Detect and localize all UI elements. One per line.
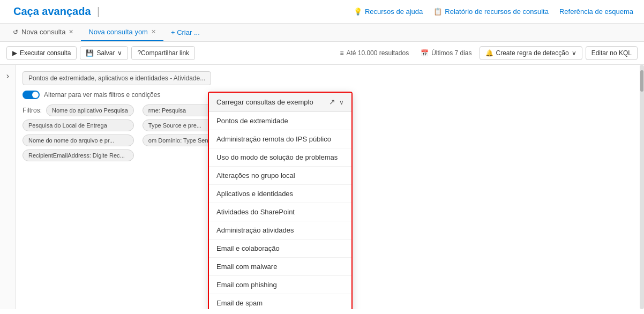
dropdown-item-5[interactable]: Atividades do SharePoint [209,203,351,221]
results-label: Até 10.000 resultados [346,49,409,57]
create-detection-button[interactable]: 🔔 Create regra de detecção ∨ [480,46,582,60]
dropdown-item-1-label: Administração remota do IPS público [216,135,331,143]
dropdown-item-4[interactable]: Aplicativos e identidades [209,185,351,203]
save-chevron: ∨ [117,49,122,57]
dropdown-item-2[interactable]: Uso do modo de solução de problemas [209,148,351,167]
tab-nova-consulta-label: Nova consulta yom [88,28,148,36]
filter-tag-0[interactable]: Nome do aplicativo Pesquisa [46,104,134,116]
toggle-label: Alternar para ver mais filtros e condiçõ… [44,91,160,99]
days-label: Últimos 7 dias [431,49,471,57]
dropdown-item-4-label: Aplicativos e identidades [216,190,293,198]
tabs-bar: ↺ Nova consulta ✕ Nova consulta yom ✕ + … [0,24,644,42]
chevron-right-icon: › [6,71,9,81]
filter-toggle[interactable] [23,91,40,99]
filters-row: Filtros: Nome do aplicativo Pesquisa [23,104,134,116]
dropdown-header-label: Carregar consultas de exemplo [216,98,313,106]
toggle-thumb [32,92,39,98]
share-link-button[interactable]: ?Compartilhar link [131,46,195,60]
main-filter-input[interactable]: Pontos de extremidade, aplicativos e ide… [23,71,211,85]
bulb-icon: 💡 [354,8,362,16]
tab-new-query[interactable]: ↺ Nova consulta ✕ [5,24,81,41]
save-label: Salvar [96,49,115,57]
dropdown-item-6-label: Administração atividades [216,226,294,234]
example-queries-dropdown: Carregar consultas de exemplo ∨ ↗ Pontos… [208,92,353,309]
dropdown-item-1[interactable]: Administração remota do IPS público [209,130,351,148]
filters-label: Filtros: [23,107,42,114]
filter-main-value: Pontos de extremidade, aplicativos e ide… [28,74,205,82]
scrollbar-thumb[interactable] [640,70,643,92]
filters-stacked: Pesquisa do Local de Entrega Nome do nom… [23,119,134,161]
filter-tag-3[interactable]: RecipientEmailAddress: Digite Rec... [23,149,134,161]
filter-r1-text: Type Source e pre... [148,122,201,129]
dropdown-item-0-label: Pontos de extremidade [216,117,288,125]
dropdown-item-10[interactable]: Email de spam [209,294,351,309]
results-icon: ≡ [340,49,343,57]
dropdown-item-3-label: Alterações no grupo local [216,171,295,180]
report-icon: 📋 [433,8,442,16]
help-resources-link[interactable]: 💡 Recursos de ajuda [354,8,423,16]
filters-left: Filtros: Nome do aplicativo Pesquisa Pes… [23,104,134,161]
detect-label: Create regra de detecção [496,49,569,57]
dropdown-item-7-label: Email e colaboração [216,244,280,252]
tab-add-label: + Criar ... [171,28,200,36]
scrollbar-track[interactable] [640,65,644,309]
tab-new-query-label: Nova consulta [21,28,65,36]
toolbar: ▶ Executar consulta 💾 Salvar ∨ ?Comparti… [0,42,644,65]
sidebar-toggle[interactable]: › [0,65,16,309]
tab-add-button[interactable]: + Criar ... [163,24,207,41]
dropdown-chevron-icon: ∨ [339,99,344,106]
content-area: Pontos de extremidade, aplicativos e ide… [16,65,644,309]
main-area: › Pontos de extremidade, aplicativos e i… [0,65,644,309]
edit-kql-button[interactable]: Editar no KQL [586,46,638,60]
run-label: Executar consulta [20,49,71,57]
tab-nova-consulta-yom[interactable]: Nova consulta yom ✕ [81,24,163,41]
help-label: Recursos de ajuda [365,8,423,16]
filter-top: Pontos de extremidade, aplicativos e ide… [23,71,638,85]
page-title: Caça avançada | [11,5,100,18]
share-label: ?Compartilhar link [137,49,189,57]
detect-chevron: ∨ [572,49,576,57]
header-links: 💡 Recursos de ajuda 📋 Relatório de recur… [354,8,633,16]
cursor-icon: ↗ [329,98,335,106]
detect-icon: 🔔 [485,49,493,57]
save-icon: 💾 [86,49,94,57]
schema-ref-link[interactable]: Referência de esquema [559,8,633,16]
days-info[interactable]: 📅 Últimos 7 dias [416,49,476,57]
dropdown-item-8[interactable]: Email com malware [209,258,351,276]
filter-r2-text: om Domínio: Type Sender [148,137,217,144]
dropdown-item-9-label: Email com phishing [216,281,277,289]
dropdown-item-3[interactable]: Alterações no grupo local [209,167,351,185]
schema-label: Referência de esquema [559,8,633,16]
dropdown-item-9[interactable]: Email com phishing [209,276,351,294]
dropdown-item-5-label: Atividades do SharePoint [216,208,295,216]
report-link[interactable]: 📋 Relatório de recursos de consulta [433,8,549,16]
dropdown-item-10-label: Email de spam [216,299,263,307]
kql-label: Editar no KQL [591,49,632,57]
tab-new-query-close[interactable]: ✕ [69,28,73,35]
header: Caça avançada | 💡 Recursos de ajuda 📋 Re… [0,0,644,24]
tab-nova-consulta-close[interactable]: ✕ [151,28,156,35]
filter-tag-2[interactable]: Nome do nome do arquivo e pr... [23,134,134,146]
dropdown-item-8-label: Email com malware [216,263,277,271]
filter-r0-text: rme: Pesquisa [148,107,186,114]
run-icon: ▶ [12,49,17,57]
title-text: Caça avançada [13,5,91,17]
dropdown-item-2-label: Uso do modo de solução de problemas [216,153,338,161]
tab-icon: ↺ [13,28,18,36]
filter-tag-1[interactable]: Pesquisa do Local de Entrega [23,119,134,131]
title-separator: | [97,5,100,17]
results-info: ≡ Até 10.000 resultados [335,49,413,57]
dropdown-item-6[interactable]: Administração atividades [209,221,351,240]
dropdown-item-7[interactable]: Email e colaboração [209,240,351,258]
dropdown-header[interactable]: Carregar consultas de exemplo ∨ ↗ [209,93,351,112]
calendar-icon: 📅 [421,49,429,57]
report-label: Relatório de recursos de consulta [445,8,549,16]
save-button[interactable]: 💾 Salvar ∨ [80,46,128,60]
run-query-button[interactable]: ▶ Executar consulta [6,46,77,60]
dropdown-item-0[interactable]: Pontos de extremidade [209,112,351,130]
